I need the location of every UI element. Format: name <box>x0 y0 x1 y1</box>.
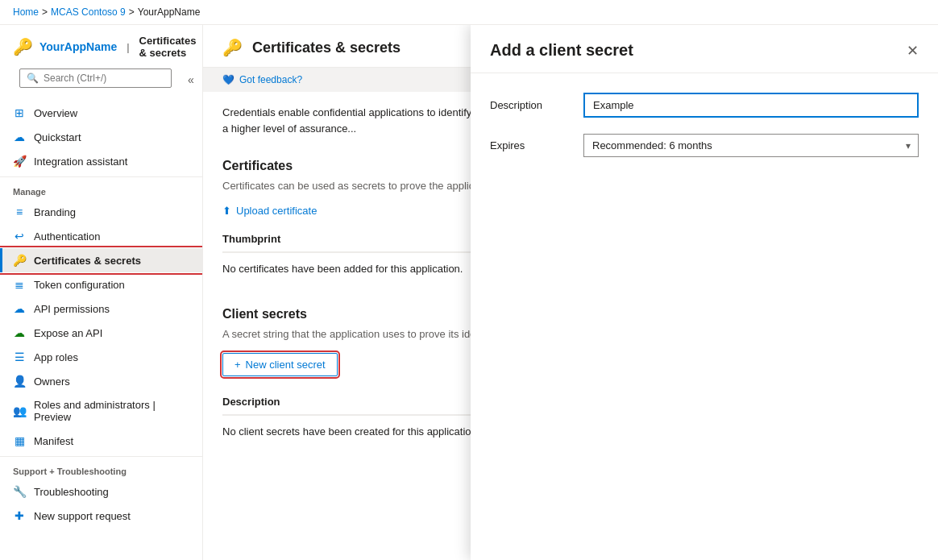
expires-row: Expires Recommended: 6 months 3 months 1… <box>490 134 919 157</box>
sidebar-item-label: API permissions <box>34 303 110 315</box>
sidebar-item-token[interactable]: ≣ Token configuration <box>0 272 202 297</box>
panel-body: Description Expires Recommended: 6 month… <box>471 73 938 560</box>
manage-section-label: Manage <box>0 180 202 200</box>
panel-close-button[interactable]: ✕ <box>907 42 919 60</box>
breadcrumb-mcas[interactable]: MCAS Contoso 9 <box>51 6 126 18</box>
sidebar-item-branding[interactable]: ≡ Branding <box>0 200 202 224</box>
upload-icon: ⬆ <box>222 205 231 217</box>
manifest-icon: ▦ <box>13 434 26 447</box>
sidebar-item-label: Quickstart <box>34 131 81 143</box>
description-label: Description <box>490 99 571 111</box>
sidebar-item-quickstart[interactable]: ☁ Quickstart <box>0 125 202 149</box>
expose-api-icon: ☁ <box>13 326 26 339</box>
sidebar-item-label: Token configuration <box>34 279 125 291</box>
sidebar-section-name: Certificates & secrets <box>139 35 197 59</box>
expires-select-wrap: Recommended: 6 months 3 months 12 months… <box>583 134 919 157</box>
sidebar-item-integration[interactable]: 🚀 Integration assistant <box>0 149 202 173</box>
sidebar-divider2 <box>0 456 202 457</box>
upload-cert-button[interactable]: ⬆ Upload certificate <box>222 205 317 217</box>
search-icon: 🔍 <box>27 73 39 84</box>
expires-label: Expires <box>490 139 571 151</box>
sidebar-nav: ⊞ Overview ☁ Quickstart 🚀 Integration as… <box>0 101 202 528</box>
sidebar-item-troubleshooting[interactable]: 🔧 Troubleshooting <box>0 479 202 504</box>
sidebar-item-support-request[interactable]: ✚ New support request <box>0 504 202 528</box>
token-icon: ≣ <box>13 278 26 291</box>
api-perm-icon: ☁ <box>13 302 26 315</box>
new-secret-label: New client secret <box>246 359 326 371</box>
sidebar-header: 🔑 YourAppName | Certificates & secrets 📌… <box>0 25 202 65</box>
panel-header: Add a client secret ✕ <box>471 25 938 73</box>
breadcrumb-sep2: > <box>129 6 135 18</box>
new-support-icon: ✚ <box>13 509 26 522</box>
search-box: 🔍 <box>19 68 172 88</box>
sidebar-item-label: Owners <box>34 375 70 388</box>
new-client-secret-button[interactable]: + New client secret <box>222 353 338 376</box>
quickstart-icon: ☁ <box>13 131 26 143</box>
sidebar-item-label: Troubleshooting <box>34 486 109 498</box>
sidebar-separator: | <box>127 41 129 53</box>
page-title: Certificates & secrets <box>252 39 401 56</box>
sidebar-item-label: Certificates & secrets <box>34 255 141 267</box>
sidebar-item-label: Manifest <box>34 435 73 447</box>
sidebar-item-expose-api[interactable]: ☁ Expose an API <box>0 321 202 345</box>
content-area: 🔑 Certificates & secrets 💙 Got feedback?… <box>203 25 938 560</box>
branding-icon: ≡ <box>13 205 26 218</box>
feedback-icon: 💙 <box>222 74 234 85</box>
cert-icon: 🔑 <box>13 254 26 267</box>
sidebar-item-owners[interactable]: 👤 Owners <box>0 369 202 393</box>
sidebar-item-label: Branding <box>34 206 76 218</box>
sidebar-item-label: Authentication <box>34 230 100 243</box>
expires-select[interactable]: Recommended: 6 months 3 months 12 months… <box>583 134 919 157</box>
sidebar-item-authentication[interactable]: ↩ Authentication <box>0 224 202 248</box>
app-roles-icon: ☰ <box>13 351 26 363</box>
upload-cert-label: Upload certificate <box>236 205 317 217</box>
breadcrumb-home[interactable]: Home <box>13 6 39 18</box>
panel-title: Add a client secret <box>490 41 633 60</box>
feedback-text: Got feedback? <box>239 74 302 85</box>
sidebar-item-label: Expose an API <box>34 327 102 339</box>
sidebar-item-label: Integration assistant <box>34 156 127 168</box>
sidebar-item-label: New support request <box>34 510 131 522</box>
breadcrumb: Home > MCAS Contoso 9 > YourAppName <box>0 0 938 25</box>
troubleshoot-icon: 🔧 <box>13 485 26 498</box>
breadcrumb-sep1: > <box>42 6 48 18</box>
add-client-secret-panel: Add a client secret ✕ Description Expire… <box>471 25 938 560</box>
page-key-icon: 🔑 <box>222 38 243 57</box>
owners-icon: 👤 <box>13 375 26 388</box>
sidebar-app-name: YourAppName <box>39 40 117 53</box>
sidebar-item-certificates[interactable]: 🔑 Certificates & secrets <box>0 248 202 272</box>
sidebar-item-manifest[interactable]: ▦ Manifest <box>0 429 202 453</box>
search-input[interactable] <box>44 73 164 84</box>
sidebar: 🔑 YourAppName | Certificates & secrets 📌… <box>0 25 203 560</box>
sidebar-item-overview[interactable]: ⊞ Overview <box>0 101 202 125</box>
breadcrumb-app: YourAppName <box>138 6 201 18</box>
key-icon: 🔑 <box>13 37 33 56</box>
overview-icon: ⊞ <box>13 106 26 119</box>
sidebar-item-roles-admin[interactable]: 👥 Roles and administrators | Preview <box>0 393 202 429</box>
sidebar-item-api-permissions[interactable]: ☁ API permissions <box>0 297 202 321</box>
sidebar-divider <box>0 176 202 177</box>
description-input[interactable] <box>583 93 919 118</box>
description-input-wrap <box>583 93 919 118</box>
sidebar-item-label: App roles <box>34 351 78 363</box>
auth-icon: ↩ <box>13 230 26 243</box>
sidebar-item-label: Overview <box>34 107 77 119</box>
rocket-icon: 🚀 <box>13 155 26 168</box>
roles-admin-icon: 👥 <box>13 404 26 417</box>
collapse-button[interactable]: « <box>185 70 197 89</box>
plus-icon: + <box>234 359 241 371</box>
sidebar-item-label: Roles and administrators | Preview <box>34 399 189 423</box>
description-row: Description <box>490 93 919 118</box>
sidebar-item-app-roles[interactable]: ☰ App roles <box>0 345 202 369</box>
support-section-label: Support + Troubleshooting <box>0 460 202 479</box>
